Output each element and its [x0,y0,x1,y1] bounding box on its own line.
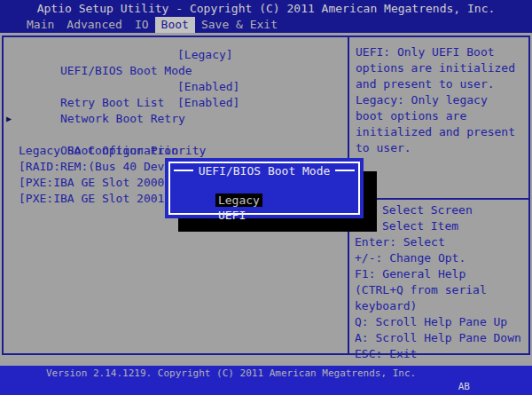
popup-title-row: UEFI/BIOS Boot Mode [174,163,355,178]
setting-row-osa-configuration[interactable]: ▶ OSA Configuration [4,111,348,127]
key-enter-select: Enter: Select [349,234,528,250]
menu-bar: Main Advanced IO Boot Save & Exit [0,17,532,33]
key-keyboard: keyboard) [349,298,528,314]
boot-mode-popup: UEFI/BIOS Boot Mode Legacy UEFI [165,158,364,218]
setting-row-retry-boot-list[interactable]: Retry Boot List [Enabled] [4,79,348,95]
version-text: Version 2.14.1219. Copyright (C) 2011 Am… [46,367,416,379]
popup-option-legacy[interactable]: Legacy [174,178,355,193]
key-scroll-down: A: Scroll Help Pane Down [349,330,528,346]
setting-row-network-boot-retry[interactable]: Network Boot Retry [Enabled] [4,95,348,111]
key-change-opt: +/-: Change Opt. [349,250,528,266]
corner-code: AB [458,381,470,392]
setting-label: UEFI/BIOS Boot Mode [60,64,192,77]
key-ctrl-q-serial: (CTRL+Q from serial [349,282,528,298]
bottom-bar: Version 2.14.1219. Copyright (C) 2011 Am… [0,366,532,395]
tab-main[interactable]: Main [20,17,60,33]
key-general-help: F1: General Help [349,266,528,282]
help-text: UEFI: Only UEFI Boot options are initial… [349,37,528,156]
section-title-legacy-boot-priority: Legacy Boot Option Priority [4,143,348,159]
popup-title: UEFI/BIOS Boot Mode [199,164,331,178]
app-title: Aptio Setup Utility - Copyright (C) 2011… [0,0,532,17]
tab-save-exit[interactable]: Save & Exit [195,17,284,33]
submenu-arrow-icon: ▶ [6,111,12,127]
setting-value[interactable]: [Enabled] [177,79,239,95]
tab-io[interactable]: IO [129,17,155,33]
header-bar: Aptio Setup Utility - Copyright (C) 2011… [0,0,532,33]
setting-value[interactable]: [Enabled] [177,95,239,111]
title-line-right [335,170,355,171]
setting-row-boot-mode[interactable]: UEFI/BIOS Boot Mode [Legacy] [4,47,348,63]
popup-frame: UEFI/BIOS Boot Mode Legacy UEFI [168,162,360,215]
key-scroll-up: Q: Scroll Help Pane Up [349,314,528,330]
title-line-left [174,170,193,171]
key-esc-exit: ESC: Exit [349,346,528,362]
tab-boot[interactable]: Boot [155,17,195,33]
setting-value[interactable]: [Legacy] [177,47,233,63]
tab-advanced[interactable]: Advanced [60,17,129,33]
